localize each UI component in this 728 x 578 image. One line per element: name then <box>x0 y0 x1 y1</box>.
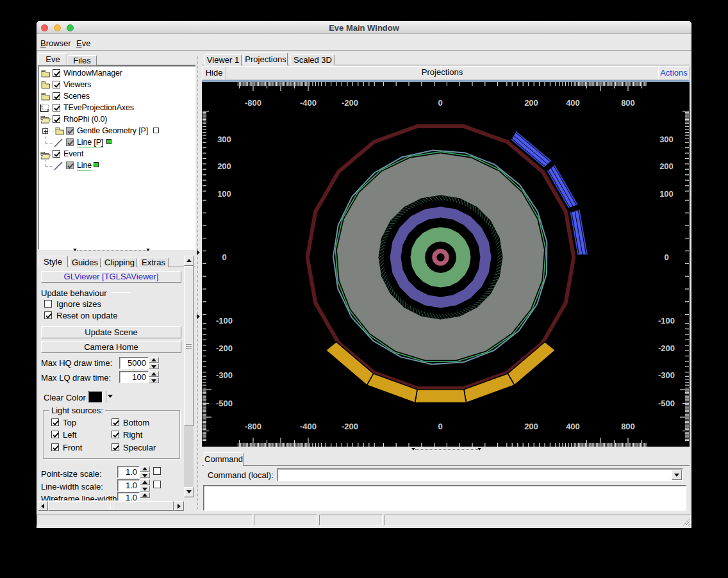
svg-text:100: 100 <box>659 189 674 199</box>
svg-text:-300: -300 <box>216 370 233 380</box>
svg-text:800: 800 <box>621 422 635 431</box>
svg-text:-200: -200 <box>342 98 358 108</box>
svg-text:200: 200 <box>217 161 231 171</box>
svg-text:-200: -200 <box>216 343 233 353</box>
svg-text:-400: -400 <box>300 98 317 108</box>
svg-text:-200: -200 <box>342 422 358 431</box>
svg-text:300: 300 <box>217 135 231 144</box>
svg-text:800: 800 <box>621 98 635 108</box>
svg-text:-200: -200 <box>658 343 675 353</box>
svg-text:100: 100 <box>217 189 231 199</box>
svg-text:200: 200 <box>524 422 538 431</box>
svg-text:400: 400 <box>566 422 580 431</box>
svg-text:-800: -800 <box>245 98 261 108</box>
svg-text:-800: -800 <box>245 422 261 431</box>
svg-text:0: 0 <box>664 252 668 262</box>
svg-text:-500: -500 <box>658 399 675 408</box>
svg-text:200: 200 <box>659 161 674 171</box>
svg-text:-500: -500 <box>216 399 233 408</box>
svg-text:-300: -300 <box>658 370 675 380</box>
svg-text:-400: -400 <box>300 422 317 431</box>
svg-text:400: 400 <box>566 98 580 108</box>
svg-text:-100: -100 <box>216 316 233 326</box>
svg-text:200: 200 <box>524 98 538 108</box>
svg-text:0: 0 <box>438 422 442 431</box>
svg-text:300: 300 <box>659 135 674 144</box>
svg-text:-100: -100 <box>658 316 675 326</box>
svg-text:0: 0 <box>222 252 226 262</box>
svg-text:0: 0 <box>438 98 442 108</box>
